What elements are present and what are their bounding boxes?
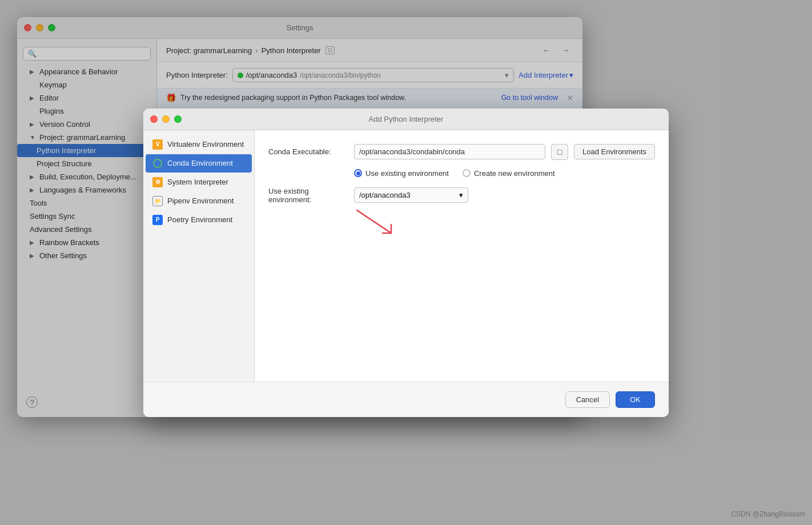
- sidebar-item-poetry[interactable]: P Poetry Environment: [146, 211, 252, 229]
- load-environments-button[interactable]: Load Environments: [574, 144, 655, 159]
- sidebar-item-system[interactable]: ⚙ System Interpreter: [146, 173, 252, 191]
- sidebar-item-label: Pipenv Environment: [167, 197, 234, 205]
- modal-form: Conda Executable: □ Load Environments Us…: [255, 130, 669, 382]
- conda-executable-row: Conda Executable: □ Load Environments: [268, 144, 655, 160]
- add-interpreter-modal: Add Python Interpreter V Virtualenv Envi…: [143, 109, 669, 417]
- chevron-down-icon: ▾: [459, 191, 463, 199]
- sidebar-item-pipenv[interactable]: 📁 Pipenv Environment: [146, 192, 252, 210]
- sidebar-item-conda[interactable]: Conda Environment: [146, 154, 252, 173]
- modal-title: Add Python Interpreter: [369, 115, 444, 123]
- conda-executable-input[interactable]: [354, 144, 545, 159]
- sidebar-item-label: System Interpreter: [167, 178, 228, 186]
- browse-button[interactable]: □: [551, 144, 568, 160]
- red-arrow-svg: [354, 207, 400, 236]
- radio-selected-icon: [354, 169, 362, 177]
- sidebar-item-label: Virtualenv Environment: [167, 140, 244, 149]
- modal-sidebar: V Virtualenv Environment Conda Environme…: [143, 130, 255, 382]
- cancel-button[interactable]: Cancel: [565, 391, 610, 408]
- create-new-radio[interactable]: Create new environment: [463, 169, 555, 178]
- modal-close-button[interactable]: [150, 115, 158, 123]
- sidebar-item-label: Poetry Environment: [167, 215, 232, 224]
- radio-fill: [356, 171, 360, 175]
- modal-minimize-button[interactable]: [162, 115, 170, 123]
- existing-env-label: Use existing environment:: [268, 187, 348, 204]
- modal-controls: [150, 115, 182, 123]
- modal-body: V Virtualenv Environment Conda Environme…: [143, 130, 669, 382]
- modal-overlay: Add Python Interpreter V Virtualenv Envi…: [0, 0, 812, 525]
- svg-line-0: [357, 210, 391, 233]
- sidebar-item-label: Conda Environment: [167, 159, 233, 167]
- poetry-icon: P: [152, 215, 163, 225]
- create-new-label: Create new environment: [474, 169, 555, 178]
- modal-maximize-button[interactable]: [174, 115, 182, 123]
- existing-env-dropdown[interactable]: /opt/anaconda3 ▾: [354, 187, 468, 203]
- use-existing-label: Use existing environment: [365, 169, 449, 178]
- radio-empty-icon: [463, 169, 471, 177]
- annotation-arrow: [354, 207, 655, 238]
- conda-icon: [152, 158, 163, 169]
- virtualenv-icon: V: [152, 139, 163, 150]
- modal-titlebar: Add Python Interpreter: [143, 109, 669, 130]
- radio-row: Use existing environment Create new envi…: [354, 169, 655, 178]
- sidebar-item-virtualenv[interactable]: V Virtualenv Environment: [146, 135, 252, 154]
- existing-env-row: Use existing environment: /opt/anaconda3…: [268, 187, 655, 204]
- modal-footer: Cancel OK: [143, 382, 669, 417]
- pipenv-icon: 📁: [152, 196, 163, 206]
- env-value: /opt/anaconda3: [359, 191, 411, 199]
- ok-button[interactable]: OK: [616, 391, 655, 408]
- system-icon: ⚙: [152, 177, 163, 187]
- use-existing-radio[interactable]: Use existing environment: [354, 169, 449, 178]
- conda-executable-label: Conda Executable:: [268, 147, 348, 156]
